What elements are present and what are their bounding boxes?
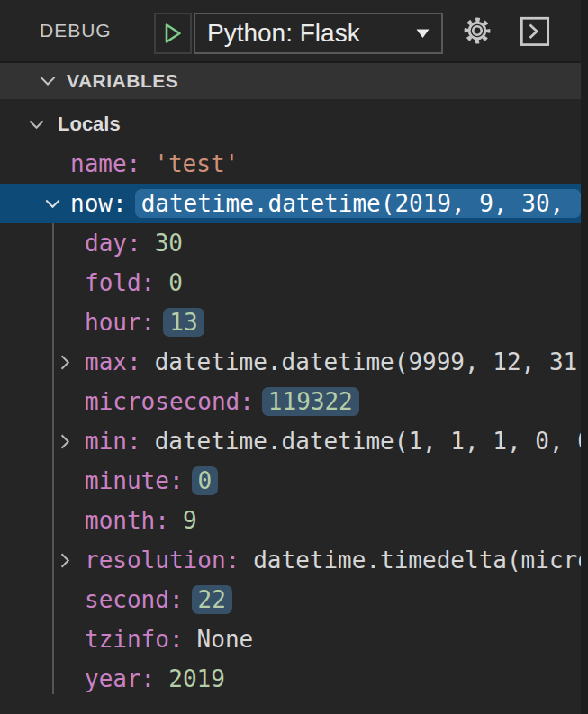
variable-name: fold: bbox=[85, 269, 155, 296]
variable-name: second: bbox=[85, 586, 184, 613]
start-debugging-button[interactable] bbox=[154, 13, 192, 54]
variable-name: year: bbox=[85, 665, 155, 692]
variable-value: datetime.datetime(1, 1, 1, 0, 0) bbox=[155, 428, 581, 455]
variable-name: hour: bbox=[85, 309, 155, 336]
scope-row-locals[interactable]: Locals bbox=[0, 104, 581, 144]
variable-row[interactable]: hour:13 bbox=[0, 303, 581, 342]
variable-value: 'test' bbox=[154, 150, 239, 177]
variable-value: 0 bbox=[168, 269, 183, 296]
variable-value: 9 bbox=[183, 507, 197, 534]
chevron-right-icon[interactable] bbox=[56, 551, 85, 570]
variable-row[interactable]: max:datetime.datetime(9999, 12, 31, … bbox=[0, 342, 581, 382]
debug-toolbar: DEBUG Python: Flask bbox=[0, 0, 581, 63]
variable-value: 119322 bbox=[262, 387, 359, 416]
variable-row[interactable]: minute:0 bbox=[0, 461, 581, 501]
chevron-down-icon bbox=[38, 71, 58, 91]
variable-value: 22 bbox=[192, 585, 232, 614]
variable-row[interactable]: resolution:datetime.timedelta(micros… bbox=[0, 540, 581, 580]
debug-title: DEBUG bbox=[40, 20, 112, 41]
variable-row[interactable]: day:30 bbox=[0, 223, 581, 263]
configure-button[interactable] bbox=[459, 13, 495, 49]
variable-name: name: bbox=[70, 150, 140, 177]
variable-name: resolution: bbox=[85, 547, 240, 574]
scope-label: Locals bbox=[58, 113, 121, 136]
variable-row[interactable]: second:22 bbox=[0, 580, 581, 619]
variable-row[interactable]: month:9 bbox=[0, 501, 581, 540]
variable-row[interactable]: year:2019 bbox=[0, 659, 581, 699]
variable-rows: name:'test'now:datetime.datetime(2019, 9… bbox=[0, 144, 581, 699]
variable-name: month: bbox=[85, 507, 169, 534]
launch-config-label: Python: Flask bbox=[207, 19, 360, 48]
variable-row[interactable]: fold:0 bbox=[0, 263, 581, 303]
variable-value: datetime.timedelta(micros… bbox=[253, 547, 581, 574]
chevron-right-icon[interactable] bbox=[56, 432, 85, 451]
variable-value: 2019 bbox=[168, 665, 225, 692]
variable-value: None bbox=[197, 626, 254, 653]
variable-name: min: bbox=[85, 428, 141, 455]
launch-configuration-group: Python: Flask bbox=[154, 13, 443, 54]
variables-section-header[interactable]: VARIABLES bbox=[0, 63, 581, 99]
variable-name: now: bbox=[70, 190, 127, 217]
chevron-right-icon[interactable] bbox=[56, 353, 85, 372]
variable-name: day: bbox=[85, 230, 141, 257]
chevron-down-icon[interactable] bbox=[27, 115, 58, 134]
variable-name: microsecond: bbox=[85, 388, 254, 415]
variable-row[interactable]: name:'test' bbox=[0, 144, 581, 184]
variable-name: tzinfo: bbox=[85, 626, 184, 653]
variable-value: datetime.datetime(9999, 12, 31, … bbox=[155, 348, 581, 375]
variable-row[interactable]: tzinfo:None bbox=[0, 619, 581, 659]
variable-value: 13 bbox=[163, 308, 204, 337]
gear-icon bbox=[460, 14, 494, 48]
debug-sidebar: DEBUG Python: Flask bbox=[0, 0, 581, 714]
variable-value: 0 bbox=[192, 466, 219, 495]
variable-row[interactable]: now:datetime.datetime(2019, 9, 30, 13… bbox=[0, 184, 581, 223]
variables-tree: Locals name:'test'now:datetime.datetime(… bbox=[0, 99, 581, 699]
dropdown-arrow-icon bbox=[416, 29, 430, 39]
variable-value: datetime.datetime(2019, 9, 30, 13… bbox=[135, 189, 581, 218]
debug-console-icon bbox=[515, 11, 555, 50]
launch-config-dropdown[interactable]: Python: Flask bbox=[194, 13, 443, 54]
variable-name: max: bbox=[85, 348, 141, 375]
open-debug-console-button[interactable] bbox=[515, 11, 555, 50]
indent-guide bbox=[52, 223, 54, 694]
variables-section-title: VARIABLES bbox=[67, 70, 178, 92]
play-icon bbox=[163, 22, 183, 45]
variable-row[interactable]: min:datetime.datetime(1, 1, 1, 0, 0) bbox=[0, 421, 581, 461]
chevron-down-icon[interactable] bbox=[43, 194, 70, 213]
variable-value: 30 bbox=[155, 230, 183, 257]
variable-name: minute: bbox=[85, 467, 184, 494]
variable-row[interactable]: microsecond:119322 bbox=[0, 382, 581, 421]
